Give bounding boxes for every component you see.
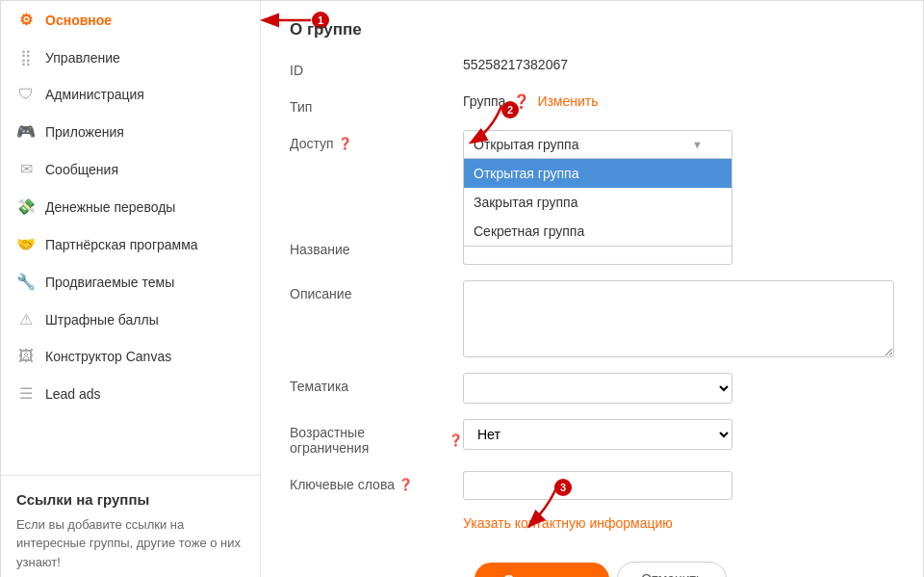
sidebar-item-label: Lead ads <box>45 386 101 402</box>
sidebar-item-label: Сообщения <box>45 162 118 177</box>
age-help-icon: ❓ <box>449 433 463 447</box>
manage-icon: ⣿ <box>16 48 36 66</box>
sidebar-item-label: Управление <box>45 50 120 66</box>
age-label: Возрастные ограничения ❓ <box>290 419 463 456</box>
access-help-icon: ❓ <box>338 137 352 150</box>
sidebar-item-label: Администрация <box>45 87 144 102</box>
sidebar-item-soobshcheniya[interactable]: ✉ Сообщения <box>1 150 260 188</box>
sidebar-promo: Ссылки на группы Если вы добавите ссылки… <box>1 475 260 578</box>
form-row-type: Тип Группа ❓ Изменить <box>290 93 894 115</box>
keywords-input[interactable] <box>463 471 732 500</box>
contact-spacer <box>290 515 463 521</box>
description-label: Описание <box>290 280 463 302</box>
age-select[interactable]: Нет <box>463 419 732 450</box>
sidebar-item-label: Денежные переводы <box>45 199 175 215</box>
main-content: help-odnoklassniki.ru О группе ID 552582… <box>261 1 923 577</box>
sidebar-item-osnovnoe[interactable]: ⚙ Основное 1 <box>1 1 260 39</box>
gamepad-icon: 🎮 <box>16 122 36 141</box>
dropdown-option-open[interactable]: Открытая группа <box>464 159 732 188</box>
mail-icon: ✉ <box>16 160 36 178</box>
form-actions: Сохранить Отменить <box>290 562 894 577</box>
promo-text: Если вы добавите ссылки на интересные гр… <box>16 515 244 572</box>
access-value: Открытая группа ▼ Открытая группа Закрыт… <box>463 130 894 159</box>
form-row-keywords: Ключевые слова ❓ <box>290 471 894 500</box>
arrow-annotation-1 <box>255 6 313 35</box>
id-label: ID <box>290 57 463 78</box>
sidebar-item-label: Партнёрская программа <box>45 237 198 252</box>
topics-label: Тематика <box>290 373 463 394</box>
form-row-topics: Тематика <box>290 373 894 404</box>
sidebar-item-label: Конструктор Canvas <box>45 349 171 364</box>
change-type-link[interactable]: Изменить <box>537 93 598 109</box>
description-textarea[interactable] <box>463 280 894 357</box>
shield-icon: 🛡 <box>16 86 36 103</box>
sidebar-item-label: Приложения <box>45 124 124 140</box>
sidebar-item-label: Основное <box>45 13 112 28</box>
age-value: Нет <box>463 419 894 450</box>
sidebar-item-denezhnye-perevody[interactable]: 💸 Денежные переводы <box>1 188 260 225</box>
topics-select[interactable] <box>463 373 732 404</box>
sidebar-nav: ⚙ Основное 1 ⣿ Управление 🛡 Администраци… <box>1 1 260 465</box>
form-row-id: ID 55258217382067 <box>290 57 894 78</box>
sidebar-item-label: Продвигаемые темы <box>45 275 174 290</box>
section-title: О группе <box>290 20 894 39</box>
dropdown-option-closed[interactable]: Закрытая группа <box>464 188 732 217</box>
sidebar-item-partnerskaya[interactable]: 🤝 Партнёрская программа <box>1 225 260 263</box>
form-row-contact: Указать контактную информацию 3 <box>290 515 894 546</box>
dropdown-option-secret[interactable]: Секретная группа <box>464 217 732 246</box>
age-dropdown[interactable]: Нет <box>463 419 732 450</box>
keywords-help-icon: ❓ <box>398 478 413 491</box>
sidebar-item-lead-ads[interactable]: ☰ Lead ads <box>1 375 260 412</box>
arrow-annotation-3 <box>511 477 569 530</box>
contact-value: Указать контактную информацию 3 <box>463 515 894 546</box>
arrow-annotation-2 <box>434 101 511 149</box>
access-dropdown-menu: Открытая группа Закрытая группа Секретна… <box>463 159 732 247</box>
actions-value: Сохранить Отменить <box>475 562 894 577</box>
description-value <box>463 280 894 357</box>
sidebar-item-label: Штрафные баллы <box>45 312 159 328</box>
sidebar-item-administratsiya[interactable]: 🛡 Администрация <box>1 76 260 113</box>
type-value: Группа ❓ Изменить <box>463 93 894 109</box>
topics-value <box>463 373 894 404</box>
form-row-access: Доступ ❓ Открытая группа ▼ Открытая груп… <box>290 130 894 159</box>
list-icon: ☰ <box>16 384 36 403</box>
form-row-description: Описание <box>290 280 894 357</box>
sidebar-item-upravlenie[interactable]: ⣿ Управление <box>1 39 260 76</box>
sidebar-item-prilozheniya[interactable]: 🎮 Приложения <box>1 113 260 150</box>
sidebar-item-canvas[interactable]: 🖼 Конструктор Canvas <box>1 338 260 375</box>
id-value: 55258217382067 <box>463 57 894 72</box>
canvas-icon: 🖼 <box>16 348 36 365</box>
gear-icon: ⚙ <box>16 11 36 29</box>
save-button[interactable]: Сохранить <box>475 563 609 578</box>
wrench-icon: 🔧 <box>16 273 36 291</box>
dropdown-arrow-icon: ▼ <box>692 139 703 150</box>
name-label: Название <box>290 236 463 257</box>
cancel-button[interactable]: Отменить <box>617 562 727 577</box>
sidebar: ⚙ Основное 1 ⣿ Управление 🛡 Администраци… <box>1 1 261 577</box>
topics-dropdown[interactable] <box>463 373 732 404</box>
form-row-age: Возрастные ограничения ❓ Нет <box>290 419 894 456</box>
promo-title: Ссылки на группы <box>16 491 244 508</box>
partner-icon: 🤝 <box>16 235 36 253</box>
warning-icon: ⚠ <box>16 310 36 328</box>
sidebar-item-shtrafnye[interactable]: ⚠ Штрафные баллы <box>1 301 260 338</box>
sidebar-item-prodvigaemye[interactable]: 🔧 Продвигаемые темы <box>1 263 260 301</box>
keywords-label: Ключевые слова ❓ <box>290 471 463 492</box>
money-icon: 💸 <box>16 197 36 216</box>
id-text: 55258217382067 <box>463 57 568 72</box>
form: ID 55258217382067 Тип Группа ❓ Изменить … <box>290 57 894 577</box>
